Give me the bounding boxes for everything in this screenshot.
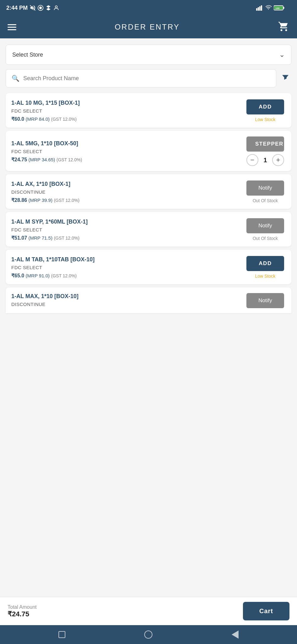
product-name-6: 1-AL MAX, 1*10 [BOX-10]	[11, 293, 245, 300]
mrp-value-2: (MRP 34.65)	[29, 157, 55, 162]
mrp-value-3: (MRP 39.9)	[29, 197, 52, 203]
search-input[interactable]	[23, 75, 270, 82]
svg-rect-8	[261, 5, 262, 11]
stock-status-4: Out Of Stock	[253, 236, 278, 241]
status-left: 2:44 PM	[6, 5, 59, 11]
notify-button-3[interactable]: Notify	[246, 180, 284, 196]
product-action-5: ADD Low Stock	[245, 256, 286, 279]
nav-back-button[interactable]	[232, 630, 239, 639]
gst-value-2: (GST 12.0%)	[57, 157, 82, 162]
svg-point-2	[39, 7, 42, 9]
product-brand-2: FDC SELECT	[11, 149, 245, 154]
svg-rect-11	[283, 7, 284, 9]
svg-text:100: 100	[275, 7, 280, 10]
charging-icon	[287, 5, 291, 11]
total-section: Total Amount ₹24.75	[8, 604, 37, 618]
main-content: Select Store ⌄ 🔍 1-AL 10 MG, 1*15 [BOX-1…	[0, 38, 297, 597]
price-value-1: ₹60.0	[11, 116, 24, 122]
hamburger-menu[interactable]	[8, 24, 16, 30]
svg-rect-7	[259, 6, 261, 11]
product-price-3: ₹28.86 (MRP 39.9) (GST 12.0%)	[11, 197, 245, 203]
status-icons	[30, 5, 59, 11]
price-value-5: ₹65.0	[11, 273, 24, 278]
nav-square-icon	[58, 631, 65, 638]
signal-icon	[256, 5, 263, 11]
nav-circle-button[interactable]	[144, 630, 152, 639]
search-bar: 🔍	[6, 69, 276, 87]
cart-button[interactable]	[278, 21, 289, 33]
add-button-5[interactable]: ADD	[246, 256, 284, 271]
qty-minus-2[interactable]: −	[246, 154, 258, 166]
product-brand-1: FDC SELECT	[11, 108, 245, 114]
svg-point-4	[55, 6, 58, 8]
mute-icon	[30, 5, 36, 11]
svg-rect-6	[258, 7, 259, 11]
product-price-5: ₹65.0 (MRP 91.0) (GST 12.0%)	[11, 273, 245, 279]
product-action-6: Notify	[245, 293, 286, 308]
battery-icon: 100	[274, 5, 285, 11]
product-price-1: ₹60.0 (MRP 84.0) (GST 12.0%)	[11, 116, 245, 122]
price-value-4: ₹51.07	[11, 235, 27, 241]
product-name-1: 1-AL 10 MG, 1*15 [BOX-1]	[11, 100, 245, 106]
filter-icon	[281, 74, 290, 84]
gst-value-4: (GST 12.0%)	[54, 236, 79, 241]
search-icon: 🔍	[12, 75, 19, 82]
filter-button[interactable]	[279, 71, 291, 86]
svg-marker-14	[288, 5, 290, 11]
product-info-3: 1-AL AX, 1*10 [BOX-1] DISCONTINUE ₹28.86…	[11, 181, 245, 203]
product-name-3: 1-AL AX, 1*10 [BOX-1]	[11, 181, 245, 187]
status-right: 100	[256, 5, 291, 11]
product-brand-6: DISCONTINUE	[11, 302, 245, 307]
product-info-5: 1-AL M TAB, 1*10TAB [BOX-10] FDC SELECT …	[11, 256, 245, 279]
svg-rect-5	[256, 8, 257, 11]
product-name-5: 1-AL M TAB, 1*10TAB [BOX-10]	[11, 256, 245, 263]
notify-button-4[interactable]: Notify	[246, 218, 284, 233]
add-button-1[interactable]: ADD	[246, 99, 284, 114]
nav-circle-icon	[144, 630, 152, 639]
status-time: 2:44 PM	[6, 5, 28, 11]
cart-icon	[278, 21, 289, 32]
qty-plus-2[interactable]: +	[272, 154, 284, 166]
total-label: Total Amount	[8, 604, 37, 610]
mrp-value-1: (MRP 84.0)	[26, 116, 50, 122]
header-title: ORDER ENTRY	[115, 23, 180, 31]
stock-status-5: Low Stock	[255, 274, 276, 279]
product-price-2: ₹24.75 (MRP 34.65) (GST 12.0%)	[11, 157, 245, 163]
product-name-4: 1-AL M SYP, 1*60ML [BOX-1]	[11, 219, 245, 225]
nav-bar	[0, 625, 297, 644]
circle-icon	[37, 5, 44, 11]
add-button-2[interactable]: stepper	[246, 136, 284, 152]
product-list: 1-AL 10 MG, 1*15 [BOX-1] FDC SELECT ₹60.…	[0, 93, 297, 313]
chevron-down-icon: ⌄	[279, 51, 285, 59]
product-info-1: 1-AL 10 MG, 1*15 [BOX-1] FDC SELECT ₹60.…	[11, 100, 245, 122]
stock-status-1: Low Stock	[255, 117, 276, 122]
qty-value-2: 1	[261, 157, 269, 164]
person-icon	[53, 5, 59, 11]
notify-button-6[interactable]: Notify	[246, 293, 284, 308]
product-action-2: stepper − 1 +	[245, 136, 286, 166]
product-price-4: ₹51.07 (MRP 71.5) (GST 12.0%)	[11, 235, 245, 241]
product-card-3: 1-AL AX, 1*10 [BOX-1] DISCONTINUE ₹28.86…	[6, 174, 291, 209]
svg-marker-3	[46, 5, 50, 11]
product-brand-4: FDC SELECT	[11, 227, 245, 232]
product-card-6-partial: 1-AL MAX, 1*10 [BOX-10] DISCONTINUE Noti…	[6, 287, 291, 313]
stock-status-3: Out Of Stock	[253, 198, 278, 203]
store-selector[interactable]: Select Store ⌄	[6, 45, 291, 65]
price-value-2: ₹24.75	[11, 157, 27, 162]
product-card-5: 1-AL M TAB, 1*10TAB [BOX-10] FDC SELECT …	[6, 250, 291, 284]
qty-stepper-2: − 1 +	[246, 154, 284, 166]
product-info-4: 1-AL M SYP, 1*60ML [BOX-1] FDC SELECT ₹5…	[11, 219, 245, 241]
footer-bar: Total Amount ₹24.75 Cart	[0, 597, 297, 625]
nav-square-button[interactable]	[58, 631, 65, 638]
product-brand-5: FDC SELECT	[11, 265, 245, 270]
status-bar: 2:44 PM	[0, 0, 297, 16]
product-action-3: Notify Out Of Stock	[245, 180, 286, 203]
cart-checkout-button[interactable]: Cart	[243, 602, 289, 620]
product-action-4: Notify Out Of Stock	[245, 218, 286, 241]
svg-point-9	[268, 9, 269, 9]
product-card-4: 1-AL M SYP, 1*60ML [BOX-1] FDC SELECT ₹5…	[6, 212, 291, 247]
mrp-value-5: (MRP 91.0)	[26, 273, 50, 278]
product-info-6: 1-AL MAX, 1*10 [BOX-10] DISCONTINUE	[11, 293, 245, 309]
header: ORDER ENTRY	[0, 16, 297, 38]
total-amount: ₹24.75	[8, 610, 37, 618]
